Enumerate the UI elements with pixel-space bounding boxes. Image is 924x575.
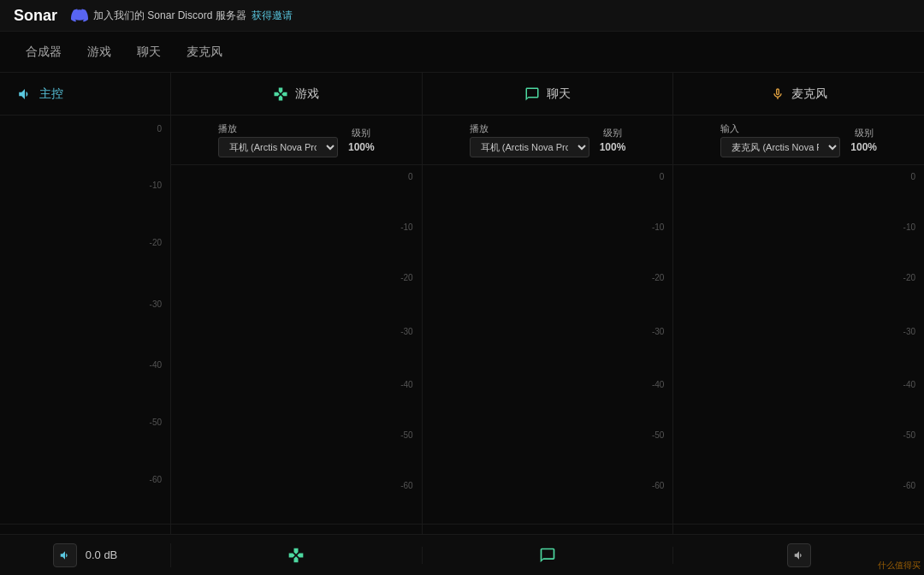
chat-db-20: -20 [652,273,664,282]
main-nav: 合成器 游戏 聊天 麦克风 [0,32,924,73]
discord-text: 加入我们的 Sonar Discord 服务器 [93,9,246,23]
game-header: 游戏 [171,73,422,116]
main-content: 主控 0 -10 -20 -30 -40 -50 -60 0.0 dB [0,73,924,575]
game-column: 游戏 播放 耳机 (Arctis Nova Pro 级别 100% 0 -10 … [171,73,423,575]
chat-db-10: -10 [652,222,664,232]
bottom-master-db: 0.0 dB [86,548,118,561]
game-title: 游戏 [295,86,319,102]
game-db-60: -60 [400,481,412,490]
mic-db-40: -40 [903,380,915,389]
master-meter: 0 -10 -20 -30 -40 -50 -60 [0,116,170,524]
game-level-value: 100% [348,141,375,153]
game-db-0: 0 [408,172,413,181]
bottom-mic-mute[interactable] [787,543,811,567]
chat-level-label: 级别 [603,127,622,139]
game-db-scale: 0 -10 -20 -30 -40 -50 -60 [171,165,422,524]
bottom-game-icon [287,547,305,564]
bottom-bar: 0.0 dB [0,534,924,575]
db-label-40: -40 [150,360,162,370]
master-column: 主控 0 -10 -20 -30 -40 -50 -60 0.0 dB [0,73,171,575]
chat-db-40: -40 [652,380,664,389]
game-meter: 0 -10 -20 -30 -40 -50 -60 [171,165,422,524]
chat-meter: 0 -10 -20 -30 -40 -50 -60 [423,165,673,524]
master-db-scale: 0 -10 -20 -30 -40 -50 -60 [0,116,170,524]
mic-meter: 0 -10 -20 -30 -40 -50 -60 [673,165,924,524]
nav-item-games[interactable]: 游戏 [87,41,111,63]
chat-db-50: -50 [652,430,664,440]
mic-device-select[interactable]: 麦克风 (Arctis Nova P... [720,137,840,157]
db-label-50: -50 [150,418,162,427]
chat-device-select[interactable]: 耳机 (Arctis Nova Pro [470,137,589,157]
mic-device-label: 输入 [720,122,840,135]
bottom-master-controls: 0.0 dB [0,543,171,567]
chat-device-label: 播放 [470,122,589,135]
db-label-20: -20 [150,238,162,247]
db-label-60: -60 [150,475,162,484]
chat-db-30: -30 [652,327,664,336]
bottom-chat-icon [539,547,556,564]
master-title: 主控 [39,86,63,102]
chat-icon [524,86,540,102]
mic-db-30: -30 [903,327,915,336]
discord-banner[interactable]: 加入我们的 Sonar Discord 服务器 获得邀请 [71,7,293,24]
discord-invite-link[interactable]: 获得邀请 [252,9,293,23]
db-label-10: -10 [150,181,162,190]
mic-level-value: 100% [850,141,877,153]
chat-level-value: 100% [600,141,626,153]
nav-item-chat[interactable]: 聊天 [137,41,161,63]
game-icon [273,86,288,102]
mic-title: 麦克风 [791,86,827,102]
game-level-label: 级别 [352,127,370,139]
game-device-select[interactable]: 耳机 (Arctis Nova Pro [218,137,338,157]
chat-title: 聊天 [547,86,571,102]
nav-item-mic[interactable]: 麦克风 [187,41,222,63]
chat-db-scale: 0 -10 -20 -30 -40 -50 -60 [423,165,673,524]
mic-db-20: -20 [903,273,915,282]
mic-db-60: -60 [903,481,915,490]
bottom-master-mute[interactable] [53,543,77,567]
game-device-label: 播放 [218,122,338,135]
mic-header: 麦克风 [673,73,924,116]
db-label-30: -30 [150,299,162,309]
mic-db-scale: 0 -10 -20 -30 -40 -50 -60 [673,165,924,524]
mic-column: 麦克风 输入 麦克风 (Arctis Nova P... 级别 100% 0 -… [673,73,924,575]
chat-db-0: 0 [660,172,665,181]
mic-db-0: 0 [910,172,915,181]
game-db-20: -20 [400,273,412,282]
chat-column: 聊天 播放 耳机 (Arctis Nova Pro 级别 100% 0 -10 … [423,73,674,575]
game-db-10: -10 [400,222,412,232]
mic-device-row: 输入 麦克风 (Arctis Nova P... 级别 100% [673,116,924,165]
chat-db-60: -60 [652,481,664,490]
chat-device-row: 播放 耳机 (Arctis Nova Pro 级别 100% [423,116,673,165]
nav-item-mixer[interactable]: 合成器 [26,41,62,63]
mic-level-label: 级别 [855,127,874,139]
mic-db-50: -50 [903,430,915,440]
mic-db-10: -10 [903,222,915,232]
app-logo: Sonar [14,7,57,25]
speaker-icon [17,86,33,102]
game-db-30: -30 [400,327,412,336]
discord-icon [71,7,88,24]
watermark: 什么值得买 [878,560,921,572]
master-header: 主控 [0,73,170,116]
game-db-50: -50 [400,430,412,440]
bottom-game-area [171,547,423,564]
game-db-40: -40 [400,380,412,389]
mic-icon-header [771,86,785,102]
db-label-0: 0 [157,124,162,133]
game-device-row: 播放 耳机 (Arctis Nova Pro 级别 100% [171,116,422,165]
chat-header: 聊天 [423,73,673,116]
header: Sonar 加入我们的 Sonar Discord 服务器 获得邀请 [0,0,924,32]
bottom-chat-area [423,547,674,564]
